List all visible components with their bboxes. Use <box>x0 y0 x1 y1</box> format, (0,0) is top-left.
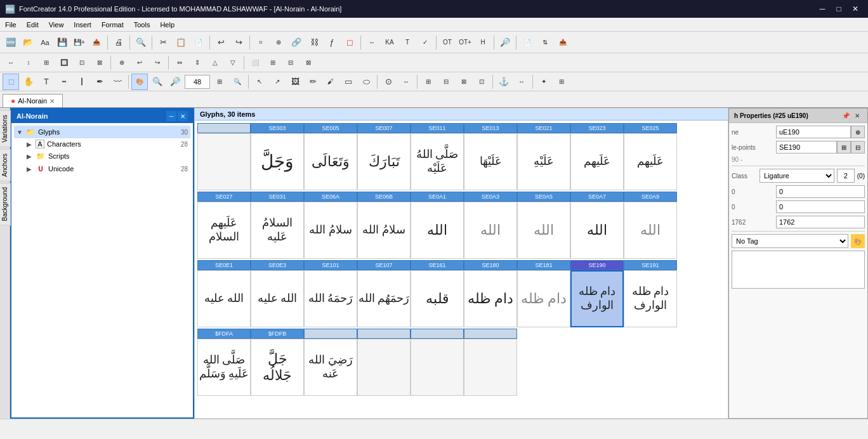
prop-value-codepoints[interactable] <box>776 141 837 154</box>
unlink-button[interactable]: ⛓ <box>306 34 322 51</box>
glyph-cell-empty-4d[interactable] <box>411 339 464 396</box>
glyph-cell-se0a5[interactable]: الله <box>517 202 570 259</box>
prop-input-codepoints[interactable] <box>779 143 834 151</box>
tb2-btn1[interactable]: ↔ <box>3 55 19 71</box>
tree-minimize-button[interactable]: ─ <box>166 111 176 121</box>
grid-btn1[interactable]: ⊞ <box>420 74 437 90</box>
zoom-find-btn[interactable]: 🔍 <box>229 74 246 90</box>
ellipse-btn[interactable]: ⬭ <box>358 74 374 90</box>
glyph-cell-se0a3[interactable]: الله <box>464 202 517 259</box>
tb2-flip-v[interactable]: ⇕ <box>189 55 206 71</box>
glyph-cell-se101[interactable]: رَحمَهُ الله <box>304 270 357 327</box>
glyph-cell-se031[interactable]: السلامُ عَليه <box>251 202 304 259</box>
tb2-btn11[interactable]: △ <box>207 55 223 71</box>
tb2-btn16[interactable]: ⊠ <box>300 55 317 71</box>
glyph-cell-empty-4c[interactable] <box>357 339 411 396</box>
close-button[interactable]: ✕ <box>848 3 863 15</box>
tb2-btn7[interactable]: ⊕ <box>114 55 130 71</box>
tb2-btn14[interactable]: ⊞ <box>265 55 281 71</box>
guideline-v-btn[interactable]: ┃ <box>74 74 90 90</box>
glyph-cell-se021[interactable]: عَلَيْهِ <box>517 133 570 190</box>
anchor-btn[interactable]: ⚓ <box>496 74 512 90</box>
pen-btn[interactable]: ✒ <box>91 74 108 90</box>
formula-button[interactable]: ƒ <box>324 34 340 51</box>
prop-select-tag[interactable]: No Tag <box>732 234 848 248</box>
arrow-lr-btn[interactable]: ↔ <box>398 74 414 90</box>
new-button[interactable]: 🆕 <box>3 34 19 51</box>
tb2-btn9[interactable]: ↪ <box>149 55 166 71</box>
tb2-btn15[interactable]: ⊟ <box>282 55 299 71</box>
metrics-button[interactable]: ↔ <box>364 34 380 51</box>
prop-input-val3[interactable] <box>779 218 862 226</box>
undo-button[interactable]: ↩ <box>213 34 229 51</box>
grid-btn3[interactable]: ⊠ <box>456 74 472 90</box>
open-button[interactable]: 📂 <box>20 34 36 51</box>
validate-button[interactable]: ✓ <box>417 34 433 51</box>
tb2-btn13[interactable]: ⬜ <box>247 55 263 71</box>
updown-button[interactable]: ⇅ <box>537 34 553 51</box>
arrow-ne-btn[interactable]: ↗ <box>269 74 286 90</box>
eraser-button[interactable]: ◻ <box>341 34 358 51</box>
prop-value-val3[interactable] <box>776 216 865 228</box>
minimize-button[interactable]: ─ <box>815 3 830 15</box>
tb2-btn12[interactable]: ▽ <box>225 55 241 71</box>
zoom-in-btn[interactable]: 🔍 <box>149 74 166 90</box>
brush-btn[interactable]: 🖌 <box>322 74 339 90</box>
tree-item-characters[interactable]: ▶ A Characters 28 <box>14 138 190 150</box>
tb2-btn2[interactable]: ↕ <box>20 55 37 71</box>
font-settings-button[interactable]: Aa <box>37 34 53 51</box>
pan-btn[interactable]: ✋ <box>20 74 37 90</box>
glyph-cell-se005[interactable]: وَتَعَالَى <box>304 133 357 190</box>
zoom-input[interactable]: 48 <box>185 75 210 89</box>
tree-expander-glyphs[interactable]: ▼ <box>16 129 25 136</box>
zoom-out-btn[interactable]: 🔎 <box>167 74 183 90</box>
glyph-cell-empty-4e[interactable] <box>464 339 517 396</box>
tb2-btn6[interactable]: ⊠ <box>91 55 108 71</box>
file-btn2[interactable]: 📄 <box>519 34 536 51</box>
glyph-cell-se0a1[interactable]: الله <box>411 202 464 259</box>
clock-btn[interactable]: ⊙ <box>380 74 397 90</box>
layout2-button[interactable]: OT+ <box>457 34 473 51</box>
glyph-cell-se190[interactable]: دام ظله الوارف <box>570 270 624 327</box>
rect-btn[interactable]: ▭ <box>340 74 357 90</box>
save-copy-button[interactable]: 💾+ <box>71 34 88 51</box>
prop-input-val2[interactable] <box>779 203 862 211</box>
tab-close-button[interactable]: ✕ <box>49 98 55 105</box>
glyph-cell-se007[interactable]: تَبَارَكَ <box>357 133 411 190</box>
glyph-cell-sfdfb2[interactable]: رَضِيَ الله عَنه <box>304 339 357 396</box>
tree-close-button[interactable]: ✕ <box>178 111 188 121</box>
guideline-h-btn[interactable]: ━ <box>56 74 72 90</box>
color-btn[interactable]: 🎨 <box>131 74 148 90</box>
prop-input-name[interactable] <box>779 128 848 136</box>
tb2-btn5[interactable]: ⊡ <box>74 55 90 71</box>
glyph-cell-se0e1[interactable]: الله عليه <box>197 270 251 327</box>
prop-btn-codepoints[interactable]: ⊞ <box>837 141 851 154</box>
menu-format[interactable]: Format <box>96 18 129 32</box>
glyph-cell-se107[interactable]: رَحمَهُم الله <box>357 270 411 327</box>
menu-insert[interactable]: Insert <box>69 18 96 32</box>
glyph-cell-se011[interactable]: صَلَّى اللهُ عَلَيْه <box>411 133 464 190</box>
link-button[interactable]: 🔗 <box>288 34 305 51</box>
glyph-cell-se0e3[interactable]: الله عليه <box>251 270 304 327</box>
tb2-btn4[interactable]: 🔲 <box>56 55 72 71</box>
prop-btn-name[interactable]: ⊕ <box>851 126 865 138</box>
glyph-cell-se023[interactable]: عَلَيهم <box>570 133 624 190</box>
tb2-flip-h[interactable]: ⇔ <box>171 55 188 71</box>
redo-button[interactable]: ↪ <box>230 34 247 51</box>
export2-button[interactable]: 📤 <box>555 34 571 51</box>
glyph-cell-se06a[interactable]: سلامُ الله <box>304 202 357 259</box>
img-btn[interactable]: 🖼 <box>287 74 303 90</box>
pencil-btn[interactable]: ✏ <box>305 74 321 90</box>
props-pin-button[interactable]: 📌 <box>841 110 851 121</box>
select-btn[interactable]: ⬚ <box>3 74 19 90</box>
glyph-cell-se181[interactable]: دام ظله <box>517 270 570 327</box>
cut-button[interactable]: ✂ <box>155 34 171 51</box>
prop-input-class-num[interactable] <box>837 169 855 183</box>
review-btn[interactable]: ⊞ <box>553 74 570 90</box>
side-tab-background[interactable]: Background <box>0 183 11 225</box>
print-button[interactable]: 🖨 <box>110 34 127 51</box>
glyph-cell-se180[interactable]: دام ظله <box>464 270 517 327</box>
tab-al-norain[interactable]: ● Al-Norain ✕ <box>3 94 63 107</box>
tree-item-unicode[interactable]: ▶ U Unicode 28 <box>14 162 190 175</box>
side-tab-anchors[interactable]: Anchors <box>0 149 11 181</box>
